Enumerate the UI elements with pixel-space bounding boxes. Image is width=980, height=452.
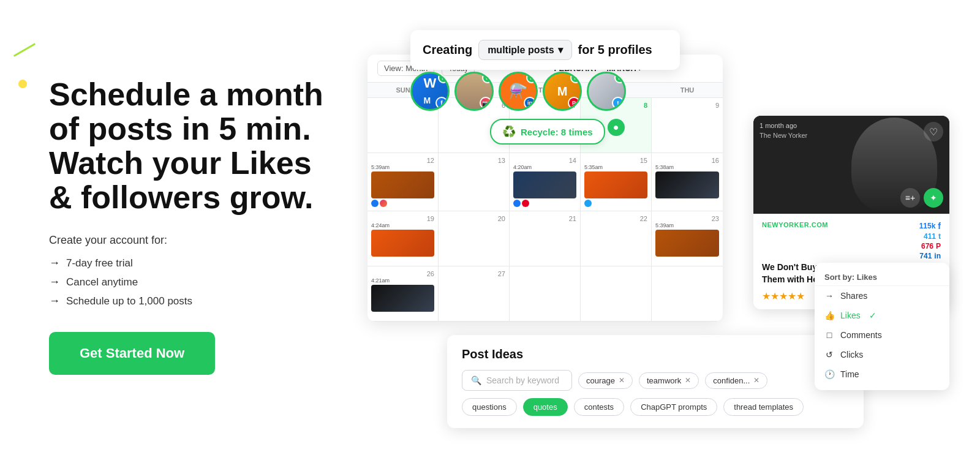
hero-section: Schedule a month of posts in 5 min. Watc… — [49, 77, 368, 375]
post-thumb — [584, 171, 647, 198]
cal-cell-26: 26 4:21am — [368, 266, 439, 322]
click-icon: ↺ — [824, 350, 834, 360]
search-icon: 🔍 — [471, 375, 481, 385]
arrow-icon: → — [824, 291, 834, 301]
post-thumb — [655, 230, 719, 257]
keyword-thread-templates[interactable]: thread templates — [723, 398, 804, 416]
avatar-check: ✓ — [526, 72, 537, 83]
keyword-quotes[interactable]: quotes — [523, 398, 568, 416]
tag-courage[interactable]: courage ✕ — [578, 372, 633, 389]
post-thumb — [371, 171, 434, 198]
tag-remove-teamwork[interactable]: ✕ — [685, 376, 691, 385]
creating-card: Creating multiple posts ▾ for 5 profiles — [410, 30, 680, 70]
keyword-chatgpt[interactable]: ChapGPT prompts — [630, 398, 717, 416]
heart-icon: ♡ — [924, 122, 943, 141]
social-icon-li: in — [524, 97, 536, 109]
tag-teamwork[interactable]: teamwork ✕ — [639, 372, 699, 389]
sort-label-clicks: Clicks — [840, 350, 863, 360]
creating-label: Creating — [423, 43, 472, 57]
deco-line — [13, 43, 36, 57]
avatar-5: ✓ t — [587, 72, 626, 111]
arrow-icon: → — [49, 257, 60, 269]
profiles-row: WM ✓ f ✓ 📷 ⚗️ ✓ in M ✓ P ✓ t — [410, 72, 626, 111]
cal-cell-14: 14 4:20am — [510, 153, 581, 211]
stat-tw: 411 t — [919, 232, 941, 241]
menu-icon[interactable]: ≡+ — [900, 188, 920, 208]
post-ideas-card: Post Ideas 🔍 Search by keyword courage ✕… — [447, 335, 864, 428]
sort-item-comments[interactable]: □ Comments — [815, 325, 949, 345]
stat-pi: 676 P — [919, 242, 941, 250]
article-image-content: 1 month ago The New Yorker ♡ ≡+ ✦ — [753, 116, 949, 214]
keywords-row: questions quotes contests ChapGPT prompt… — [462, 398, 849, 416]
pi-icon — [522, 200, 529, 207]
get-started-button[interactable]: Get Started Now — [49, 332, 215, 375]
article-meta: NEWYORKER.COM 115k f 411 t 676 P 741 in — [762, 221, 941, 262]
social-icon-pi: P — [568, 97, 580, 109]
avatar-check: ✓ — [570, 72, 581, 83]
keyword-contests[interactable]: contests — [574, 398, 624, 416]
article-source: The New Yorker — [760, 132, 807, 139]
thumb-icon: 👍 — [824, 311, 834, 320]
recycle-badge: ♻️ Recycle: 8 times — [490, 119, 605, 145]
cal-cell-21: 21 — [510, 211, 581, 266]
feather-icon: ✦ — [924, 188, 943, 208]
social-icon-tw: t — [612, 97, 624, 109]
social-icon-fb: f — [435, 97, 448, 109]
article-domain: NEWYORKER.COM — [762, 221, 828, 228]
multiple-posts-dropdown[interactable]: multiple posts ▾ — [478, 40, 571, 60]
post-19: 4:24am — [371, 222, 434, 257]
arrow-icon: → — [49, 295, 60, 307]
ig-icon — [380, 200, 387, 207]
hero-list: → 7-day free trial → Cancel anytime → Sc… — [49, 257, 343, 307]
search-box[interactable]: 🔍 Search by keyword — [462, 370, 572, 391]
tag-confidence[interactable]: confiden... ✕ — [705, 372, 767, 389]
avatar-check: ✓ — [438, 72, 449, 83]
keyword-questions[interactable]: questions — [462, 398, 517, 416]
avatar-4: M ✓ P — [543, 72, 582, 111]
post-14: 4:20am — [513, 164, 576, 207]
cal-cell-27: 27 — [439, 266, 510, 322]
sort-label-shares: Shares — [840, 291, 867, 301]
post-thumb — [371, 230, 434, 257]
tag-remove-confidence[interactable]: ✕ — [753, 376, 760, 385]
checkmark-icon: ✓ — [869, 311, 876, 320]
cal-cell-13: 13 — [439, 153, 510, 211]
sort-item-time[interactable]: 🕐 Time — [815, 364, 949, 384]
tag-remove-courage[interactable]: ✕ — [619, 376, 625, 385]
list-item: → Cancel anytime — [49, 276, 343, 288]
fb-icon — [513, 200, 521, 207]
post-ideas-title: Post Ideas — [462, 347, 849, 361]
sort-header: Sort by: Likes — [815, 269, 949, 286]
sort-item-likes[interactable]: 👍 Likes ✓ — [815, 306, 949, 325]
time-icon: 🕐 — [824, 369, 834, 379]
page-container: Schedule a month of posts in 5 min. Watc… — [0, 0, 980, 452]
cal-cell-15: 15 5:35am — [581, 153, 652, 211]
comment-icon: □ — [824, 330, 834, 340]
article-left: NEWYORKER.COM — [762, 221, 828, 231]
cal-cell-20: 20 — [439, 211, 510, 266]
cal-cell-9: 9 — [652, 98, 723, 153]
list-item: → Schedule up to 1,000 posts — [49, 295, 343, 307]
avatar-check: ✓ — [614, 72, 625, 83]
hero-subtext: Create your account for: — [49, 234, 343, 247]
post-26: 4:21am — [371, 277, 434, 312]
sort-item-shares[interactable]: → Shares — [815, 286, 949, 306]
search-row: 🔍 Search by keyword courage ✕ teamwork ✕… — [462, 370, 849, 391]
avatar-check: ✓ — [482, 72, 493, 83]
sort-item-clicks[interactable]: ↺ Clicks — [815, 345, 949, 364]
cal-cell-empty2 — [581, 266, 652, 322]
post-23: 5:39am — [655, 222, 719, 257]
deco-dot — [18, 80, 27, 88]
article-stars: ★★★★★ — [762, 290, 805, 302]
cal-cell-12: 12 5:39am — [368, 153, 439, 211]
arrow-icon: → — [49, 276, 60, 288]
list-item: → 7-day free trial — [49, 257, 343, 269]
cal-cell-empty1 — [510, 266, 581, 322]
cal-cell-23: 23 5:39am — [652, 211, 723, 266]
article-ago: 1 month ago — [760, 122, 797, 129]
stat-li: 741 in — [919, 252, 941, 260]
ui-screenshots: Creating multiple posts ▾ for 5 profiles… — [368, 18, 931, 434]
post-icons — [513, 200, 576, 207]
cal-cell-empty3 — [652, 266, 723, 322]
sort-dropdown: Sort by: Likes → Shares 👍 Likes ✓ □ Comm… — [815, 263, 949, 390]
